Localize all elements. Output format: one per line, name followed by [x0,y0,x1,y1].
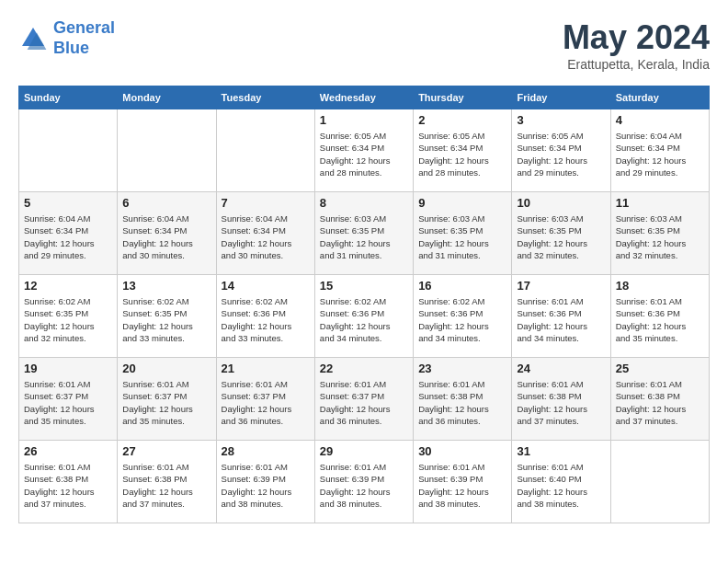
calendar-cell: 13Sunrise: 6:02 AM Sunset: 6:35 PM Dayli… [118,275,216,358]
day-info: Sunrise: 6:01 AM Sunset: 6:40 PM Dayligh… [517,461,605,510]
day-number: 21 [222,362,310,375]
location: Erattupetta, Kerala, India [563,57,710,72]
day-number: 31 [517,444,605,458]
day-info: Sunrise: 6:01 AM Sunset: 6:39 PM Dayligh… [320,461,408,510]
calendar-cell: 24Sunrise: 6:01 AM Sunset: 6:38 PM Dayli… [512,358,610,441]
calendar-table: SundayMondayTuesdayWednesdayThursdayFrid… [18,86,710,523]
day-info: Sunrise: 6:01 AM Sunset: 6:39 PM Dayligh… [418,461,506,510]
day-number: 4 [616,113,704,127]
day-number: 27 [122,444,210,458]
calendar-cell: 18Sunrise: 6:01 AM Sunset: 6:36 PM Dayli… [610,275,709,358]
day-info: Sunrise: 6:01 AM Sunset: 6:36 PM Dayligh… [517,295,605,344]
day-number: 1 [320,113,408,127]
weekday-header-tuesday: Tuesday [216,86,314,109]
calendar-week-row: 19Sunrise: 6:01 AM Sunset: 6:37 PM Dayli… [19,358,710,441]
day-number: 6 [122,196,210,210]
day-number: 9 [418,196,506,210]
day-number: 22 [320,362,408,375]
calendar-cell: 12Sunrise: 6:02 AM Sunset: 6:35 PM Dayli… [19,275,118,358]
day-number: 29 [320,444,408,458]
day-info: Sunrise: 6:05 AM Sunset: 6:34 PM Dayligh… [320,130,408,178]
day-info: Sunrise: 6:01 AM Sunset: 6:38 PM Dayligh… [24,461,112,510]
day-info: Sunrise: 6:05 AM Sunset: 6:34 PM Dayligh… [517,130,605,178]
day-info: Sunrise: 6:03 AM Sunset: 6:35 PM Dayligh… [418,213,506,261]
calendar-cell: 8Sunrise: 6:03 AM Sunset: 6:35 PM Daylig… [314,192,413,275]
day-number: 17 [517,279,605,293]
calendar-cell [216,109,314,192]
calendar-cell: 30Sunrise: 6:01 AM Sunset: 6:39 PM Dayli… [414,441,512,523]
calendar-cell: 3Sunrise: 6:05 AM Sunset: 6:34 PM Daylig… [512,109,610,192]
day-info: Sunrise: 6:01 AM Sunset: 6:37 PM Dayligh… [122,378,210,427]
calendar-week-row: 12Sunrise: 6:02 AM Sunset: 6:35 PM Dayli… [19,275,710,358]
calendar-cell: 1Sunrise: 6:05 AM Sunset: 6:34 PM Daylig… [314,109,413,192]
calendar-cell: 28Sunrise: 6:01 AM Sunset: 6:39 PM Dayli… [216,441,314,523]
day-info: Sunrise: 6:03 AM Sunset: 6:35 PM Dayligh… [616,213,704,261]
weekday-header-monday: Monday [118,86,216,109]
weekday-header-wednesday: Wednesday [314,86,413,109]
calendar-cell: 20Sunrise: 6:01 AM Sunset: 6:37 PM Dayli… [118,358,216,441]
day-number: 30 [418,444,506,458]
day-number: 13 [122,279,210,293]
calendar-week-row: 1Sunrise: 6:05 AM Sunset: 6:34 PM Daylig… [19,109,710,192]
day-number: 11 [616,196,704,210]
day-info: Sunrise: 6:02 AM Sunset: 6:35 PM Dayligh… [122,295,210,344]
title-area: May 2024 Erattupetta, Kerala, India [563,18,710,72]
calendar-cell: 6Sunrise: 6:04 AM Sunset: 6:34 PM Daylig… [118,192,216,275]
calendar-cell: 31Sunrise: 6:01 AM Sunset: 6:40 PM Dayli… [512,441,610,523]
day-number: 8 [320,196,408,210]
day-info: Sunrise: 6:04 AM Sunset: 6:34 PM Dayligh… [222,213,310,261]
day-info: Sunrise: 6:03 AM Sunset: 6:35 PM Dayligh… [517,213,605,261]
page-header: General Blue May 2024 Erattupetta, Keral… [18,18,710,72]
calendar-cell: 25Sunrise: 6:01 AM Sunset: 6:38 PM Dayli… [610,358,709,441]
weekday-header-row: SundayMondayTuesdayWednesdayThursdayFrid… [19,86,710,109]
day-info: Sunrise: 6:01 AM Sunset: 6:37 PM Dayligh… [320,378,408,427]
day-number: 25 [616,362,704,375]
day-number: 5 [24,196,112,210]
day-number: 18 [616,279,704,293]
day-info: Sunrise: 6:02 AM Sunset: 6:36 PM Dayligh… [222,295,310,344]
day-info: Sunrise: 6:04 AM Sunset: 6:34 PM Dayligh… [122,213,210,261]
calendar-cell: 26Sunrise: 6:01 AM Sunset: 6:38 PM Dayli… [19,441,118,523]
calendar-cell: 2Sunrise: 6:05 AM Sunset: 6:34 PM Daylig… [414,109,512,192]
calendar-cell: 16Sunrise: 6:02 AM Sunset: 6:36 PM Dayli… [414,275,512,358]
logo-line1: General [53,18,115,37]
day-number: 2 [418,113,506,127]
day-info: Sunrise: 6:01 AM Sunset: 6:38 PM Dayligh… [616,378,704,427]
month-title: May 2024 [563,18,710,57]
logo-line2: Blue [53,39,89,57]
day-number: 24 [517,362,605,375]
calendar-cell [610,441,709,523]
calendar-week-row: 5Sunrise: 6:04 AM Sunset: 6:34 PM Daylig… [19,192,710,275]
day-number: 7 [222,196,310,210]
calendar-cell: 19Sunrise: 6:01 AM Sunset: 6:37 PM Dayli… [19,358,118,441]
weekday-header-thursday: Thursday [414,86,512,109]
logo-icon [18,24,48,53]
day-info: Sunrise: 6:02 AM Sunset: 6:35 PM Dayligh… [24,295,112,344]
calendar-cell: 21Sunrise: 6:01 AM Sunset: 6:37 PM Dayli… [216,358,314,441]
day-number: 20 [122,362,210,375]
day-info: Sunrise: 6:02 AM Sunset: 6:36 PM Dayligh… [418,295,506,344]
day-info: Sunrise: 6:04 AM Sunset: 6:34 PM Dayligh… [24,213,112,261]
logo-text: General Blue [53,18,115,58]
calendar-cell: 7Sunrise: 6:04 AM Sunset: 6:34 PM Daylig… [216,192,314,275]
day-info: Sunrise: 6:01 AM Sunset: 6:36 PM Dayligh… [616,295,704,344]
day-info: Sunrise: 6:01 AM Sunset: 6:38 PM Dayligh… [418,378,506,427]
calendar-cell: 15Sunrise: 6:02 AM Sunset: 6:36 PM Dayli… [314,275,413,358]
weekday-header-friday: Friday [512,86,610,109]
day-info: Sunrise: 6:01 AM Sunset: 6:38 PM Dayligh… [517,378,605,427]
day-number: 12 [24,279,112,293]
day-info: Sunrise: 6:04 AM Sunset: 6:34 PM Dayligh… [616,130,704,178]
weekday-header-sunday: Sunday [19,86,118,109]
calendar-cell [19,109,118,192]
day-number: 19 [24,362,112,375]
day-info: Sunrise: 6:05 AM Sunset: 6:34 PM Dayligh… [418,130,506,178]
weekday-header-saturday: Saturday [610,86,709,109]
calendar-cell: 11Sunrise: 6:03 AM Sunset: 6:35 PM Dayli… [610,192,709,275]
day-number: 26 [24,444,112,458]
calendar-week-row: 26Sunrise: 6:01 AM Sunset: 6:38 PM Dayli… [19,441,710,523]
calendar-cell: 27Sunrise: 6:01 AM Sunset: 6:38 PM Dayli… [118,441,216,523]
day-number: 14 [222,279,310,293]
day-number: 23 [418,362,506,375]
calendar-cell [118,109,216,192]
calendar-cell: 29Sunrise: 6:01 AM Sunset: 6:39 PM Dayli… [314,441,413,523]
